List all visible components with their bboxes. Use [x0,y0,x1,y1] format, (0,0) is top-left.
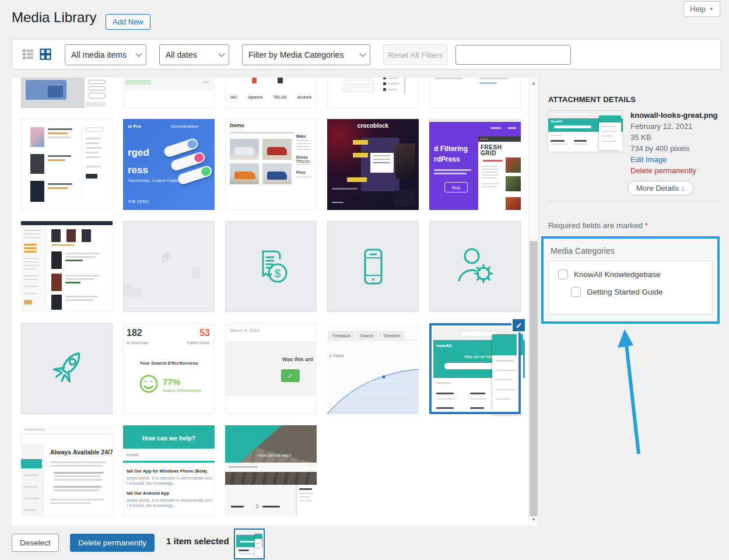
media-type-filter[interactable]: All media items [65,44,146,65]
thumbnail-art: Always Available 24/7 [21,425,113,516]
media-item[interactable]: $ [225,221,317,312]
attachment-thumbnail: KnowAll [548,111,623,152]
thumb-text: GRID [481,150,502,156]
thumb-text: 182 [127,328,142,338]
selected-item-thumbnail[interactable] [234,528,265,559]
logo-text: Upwork [248,95,263,100]
deselect-button[interactable]: Deselect [12,534,59,552]
thumb-text: al Searches [127,341,148,345]
media-categories-list: KnowAll Knowledgebase Getting Started Gu… [548,261,713,314]
thumb-text: Price [296,170,306,174]
scrollbar-thumb[interactable] [530,241,538,516]
media-item[interactable]: Feedback Search Transfers e Views [327,323,419,414]
media-type-filter-value: All media items [71,50,127,60]
media-item[interactable]: Always Available 24/7 [21,425,113,516]
thumb-text: THE DEMO [128,200,149,204]
media-item[interactable]: 182 al Searches 53 Failed Searc Your Sea… [123,323,215,414]
media-item[interactable]: Demo Make Drives Wheels Price [225,119,317,210]
required-star: * [645,221,648,230]
date-filter[interactable]: All dates [159,44,229,65]
category-filter[interactable]: Filter by Media Categories [242,44,370,65]
media-item[interactable] [21,323,113,414]
thumb-text: e Views [330,354,344,358]
category-filter-value: Filter by Media Categories [248,50,344,60]
grid-scrollbar[interactable]: ▲ ▼ [528,78,538,526]
thumb-text: Was this arti [282,356,313,362]
thumbnail-art: nowAll How can we help? [433,327,525,418]
thumb-tab: Feedback [328,331,355,340]
media-grid-panel: IAC Upwork TELUS AirAsia [12,78,538,526]
thumb-text: Buy [452,185,460,190]
attachment-dimensions: 734 by 400 pixels [630,143,724,154]
svg-text:$: $ [274,267,281,279]
category-checkbox[interactable] [571,287,581,297]
help-label: Help [690,2,706,16]
delete-permanently-button[interactable]: Delete permanently [70,534,155,552]
thumb-text: crocoblock [358,123,388,129]
media-item[interactable]: d Filtering rdPress Buy F [429,119,521,210]
thumb-text: tall Our Android App [127,491,169,496]
thumbnail-art: 182 al Searches 53 Failed Searc Your Sea… [123,323,215,414]
thumb-text: Taxonomies, Custom Fields, [128,178,179,183]
thumbnail-art [21,119,113,210]
thumbnail-art [21,78,113,108]
chevron-down-icon [359,50,366,57]
media-library-page: Media Library Add New Help ▼ All media i… [0,0,729,560]
media-item[interactable]: er Pro Documentation rged ress Taxonomie… [123,119,215,210]
logo-text: TELUS [274,95,287,100]
thumb-text: tall Our App for Windows Phone (Beta) [127,468,207,474]
list-view-icon[interactable] [22,48,34,61]
thumb-text: How can we help? [142,435,195,442]
attachment-details-heading: ATTACHMENT DETAILS [548,95,636,104]
thumb-tab: Search [356,331,377,340]
media-item[interactable] [327,78,419,108]
chevron-down-icon: ▼ [709,2,714,16]
thumb-text: ample article. It is intended to demonst… [127,476,212,481]
media-item[interactable]: March 4, 2016 Was this arti ✓ [225,323,317,414]
thumbnail-art: IAC Upwork TELUS AirAsia [225,78,317,108]
reset-filters-button[interactable]: Reset All Filters [383,44,447,65]
thumbnail-art: d Filtering rdPress Buy F [429,119,521,210]
media-item[interactable] [123,78,215,108]
media-item[interactable]: crocoblock [327,119,419,210]
grid-view-icon[interactable] [39,48,52,61]
media-item[interactable] [327,221,419,312]
scroll-up-icon[interactable]: ▲ [529,79,538,88]
thumb-text: Your Search Effectiveness [139,360,198,366]
edit-image-link[interactable]: Edit Image [630,154,724,165]
media-grid: IAC Upwork TELUS AirAsia [21,78,521,516]
thumb-text: Documentation [171,124,198,129]
media-item[interactable] [429,221,521,312]
search-input[interactable] [455,45,571,65]
media-item[interactable] [21,119,113,210]
date-filter-value: All dates [166,50,197,60]
thumb-text: rged [128,147,149,159]
add-new-button[interactable]: Add New [106,14,150,30]
more-details-button[interactable]: More Details ↓ [628,181,693,195]
media-item[interactable]: How can we help? install tall Our App fo… [123,425,215,516]
media-item[interactable]: IAC Upwork TELUS AirAsia [225,78,317,108]
selected-check-badge[interactable]: ✓ [511,318,526,332]
media-item[interactable] [21,221,113,312]
media-item[interactable] [21,78,113,108]
logo-text: AirAsia [297,95,311,100]
category-checkbox[interactable] [558,270,568,279]
thumb-text: March 4, 2016 [230,328,260,333]
thumbnail-art: How can we help? install tall Our App fo… [123,425,215,516]
help-button[interactable]: Help ▼ [684,1,720,17]
thumb-text: r KnowAll, the Knowledge... [127,503,177,508]
delete-permanently-link[interactable]: Delete permanently [630,165,724,176]
thumb-text: rdPress [434,155,460,163]
scroll-down-icon[interactable]: ▼ [529,515,538,524]
media-item[interactable] [429,78,521,108]
media-item[interactable]: How can we help? [225,425,317,516]
media-item[interactable] [123,221,215,312]
thumbnail-art [429,78,521,108]
thumbnail-art [327,78,419,108]
thumb-text: Search Effectiveness [163,388,201,393]
category-option: Getting Started Guide [571,287,663,297]
thumb-text: Failed Searc [187,341,210,345]
category-option-label: KnowAll Knowledgebase [574,270,661,279]
media-item-selected[interactable]: nowAll How can we help? [429,323,521,414]
thumb-text: How can we help? [258,453,292,457]
